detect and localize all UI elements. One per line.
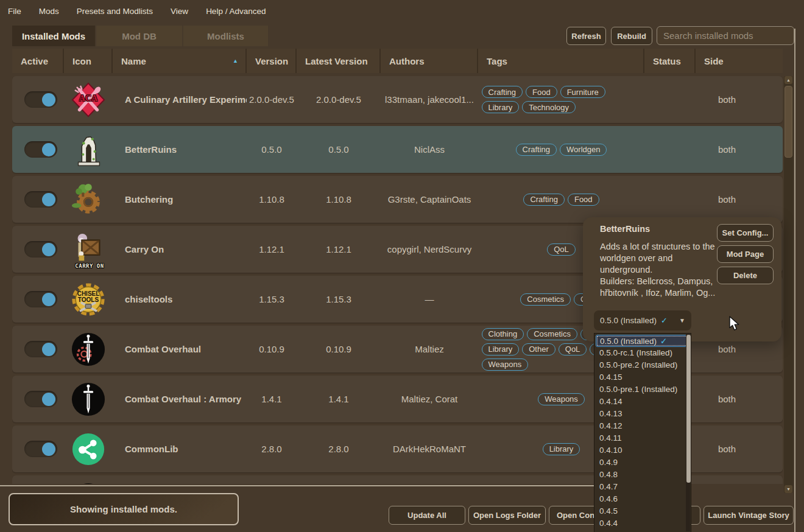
active-toggle[interactable] xyxy=(24,141,57,158)
active-toggle[interactable] xyxy=(24,91,57,108)
mod-name: Combat Overhaul xyxy=(113,326,247,373)
column-header-version[interactable]: Version xyxy=(247,49,297,73)
launch-vintage-story-button[interactable]: Launch Vintage Story xyxy=(704,506,794,525)
mod-version: 2.8.0 xyxy=(247,425,297,472)
mod-side xyxy=(696,475,783,484)
mod-latest-version: 1.10.8 xyxy=(297,176,381,223)
column-header-latest-version[interactable]: Latest Version xyxy=(297,49,381,73)
column-header-icon[interactable]: Icon xyxy=(64,49,113,73)
column-header-active[interactable]: Active xyxy=(12,49,64,73)
search-input[interactable] xyxy=(657,26,794,45)
menu-item-file[interactable]: File xyxy=(8,7,21,16)
version-option[interactable]: 0.4.14 xyxy=(594,396,691,408)
menu-item-mods[interactable]: Mods xyxy=(39,7,59,16)
menu-item-presets-and-modlists[interactable]: Presets and Modlists xyxy=(77,7,153,16)
scrollbar-thumb[interactable] xyxy=(785,86,792,158)
mod-side: both xyxy=(696,376,783,422)
mod-authors: DArkHekRoMaNT xyxy=(381,425,478,472)
version-dropdown-menu: 0.5.0 (Installed)✓0.5.0-rc.1 (Installed)… xyxy=(594,333,691,532)
mod-status xyxy=(644,76,696,123)
version-option-label: 0.4.9 xyxy=(599,458,618,467)
tag-badge: Food xyxy=(568,194,599,206)
version-dropdown[interactable]: 0.5.0 (Installed) ✓ ▼ xyxy=(594,310,691,331)
open-logs-folder-button[interactable]: Open Logs Folder xyxy=(468,506,546,525)
version-option[interactable]: 0.4.11 xyxy=(594,432,691,444)
mod-row[interactable]: Butchering1.10.81.10.8G3rste, CaptainOat… xyxy=(12,176,783,223)
mod-name: Butchering xyxy=(113,176,247,223)
tab-mod-db[interactable]: Mod DB xyxy=(96,26,182,46)
version-option-label: 0.4.13 xyxy=(599,409,622,418)
sort-ascending-icon: ▲ xyxy=(233,58,238,64)
column-header-side[interactable]: Side xyxy=(696,49,783,73)
description-line: worldgen over and xyxy=(600,253,729,264)
mod-latest-version: 1.12.1 xyxy=(297,226,381,273)
version-option[interactable]: 0.4.12 xyxy=(594,420,691,432)
rebuild-button[interactable]: Rebuild xyxy=(611,27,652,45)
version-option[interactable]: 0.4.6 xyxy=(594,493,691,505)
tag-badge: Other xyxy=(522,343,555,355)
mod-row[interactable]: ACAA Culinary Artillery Experime2.0.0-de… xyxy=(12,76,783,123)
mod-side: both xyxy=(696,76,783,123)
active-toggle[interactable] xyxy=(24,341,57,357)
mod-latest-version: 2.0.0-dev.5 xyxy=(297,76,381,123)
version-option[interactable]: 0.4.9 xyxy=(594,457,691,469)
tags-cell: CraftingFoodFurnitureLibraryTechnology xyxy=(478,76,644,123)
active-toggle[interactable] xyxy=(24,391,57,407)
version-option[interactable]: 0.4.15 xyxy=(594,371,691,383)
icon-cell xyxy=(64,475,113,484)
toggle-knob xyxy=(42,343,55,356)
column-header-status[interactable]: Status xyxy=(644,49,696,73)
version-option[interactable]: 0.4.10 xyxy=(594,444,691,457)
description-line: hřbitovník , Ifoz, Marlim, Og... xyxy=(600,287,729,299)
tag-badge: Crafting xyxy=(482,86,523,98)
version-option[interactable]: 0.4.5 xyxy=(594,505,691,517)
mod-authors: l33tmaan, jakecool1... xyxy=(381,76,478,123)
description-line: Adds a lot of structures to the xyxy=(600,241,729,253)
menu-item-help-advanced[interactable]: Help / Advanced xyxy=(206,7,266,16)
dropdown-scrollbar-thumb[interactable] xyxy=(686,335,691,483)
mod-side: both xyxy=(696,425,783,472)
table-scrollbar[interactable]: ▲ ▼ xyxy=(784,76,793,493)
column-header-authors[interactable]: Authors xyxy=(381,49,478,73)
chiseltools-icon: CHISEL TOOLS xyxy=(71,282,106,317)
column-header-name[interactable]: Name▲ xyxy=(113,49,247,73)
tag-badge: Weapons xyxy=(482,359,529,371)
scroll-up-arrow-icon[interactable]: ▲ xyxy=(785,76,792,84)
refresh-button[interactable]: Refresh xyxy=(566,27,606,45)
active-toggle[interactable] xyxy=(24,441,57,457)
active-toggle[interactable] xyxy=(24,191,57,208)
version-option[interactable]: 0.5.0 (Installed)✓ xyxy=(596,335,689,347)
version-option[interactable]: 0.4.3 xyxy=(594,530,691,532)
status-box: Showing installed mods. xyxy=(9,493,239,525)
tab-modlists[interactable]: Modlists xyxy=(183,26,268,46)
set-config-button[interactable]: Set Config... xyxy=(717,224,774,242)
version-option[interactable]: 0.4.4 xyxy=(594,517,691,530)
version-option[interactable]: 0.5.0-pre.1 (Installed) xyxy=(594,383,691,396)
tag-badge: Library xyxy=(543,443,580,455)
mod-page-button[interactable]: Mod Page xyxy=(717,245,774,263)
betterruins-icon xyxy=(71,132,106,167)
active-cell xyxy=(12,326,64,373)
version-option[interactable]: 0.4.13 xyxy=(594,408,691,420)
mod-version: 1.12.1 xyxy=(247,226,297,273)
tag-badge: Clothing xyxy=(482,328,524,340)
delete-button[interactable]: Delete xyxy=(717,267,774,284)
icon-cell xyxy=(64,126,113,173)
scroll-down-arrow-icon[interactable]: ▼ xyxy=(785,485,792,493)
mod-row[interactable]: BetterRuins0.5.00.5.0NiclAssCraftingWorl… xyxy=(12,126,783,173)
menu-item-view[interactable]: View xyxy=(171,7,188,16)
version-option-label: 0.5.0-pre.1 (Installed) xyxy=(599,385,677,394)
active-cell xyxy=(12,475,64,484)
version-option-label: 0.4.5 xyxy=(599,506,618,516)
update-all-button[interactable]: Update All xyxy=(389,506,465,525)
tab-installed-mods[interactable]: Installed Mods xyxy=(12,26,95,46)
active-toggle[interactable] xyxy=(24,291,57,307)
tab-installed-mods-label: Installed Mods xyxy=(22,31,85,41)
version-option[interactable]: 0.4.8 xyxy=(594,469,691,481)
column-header-label: Status xyxy=(653,56,681,66)
version-option[interactable]: 0.4.7 xyxy=(594,481,691,493)
active-toggle[interactable] xyxy=(24,241,57,257)
version-option[interactable]: 0.5.0-rc.1 (Installed) xyxy=(594,347,691,359)
column-header-tags[interactable]: Tags xyxy=(478,49,644,73)
version-option[interactable]: 0.5.0-pre.2 (Installed) xyxy=(594,359,691,371)
